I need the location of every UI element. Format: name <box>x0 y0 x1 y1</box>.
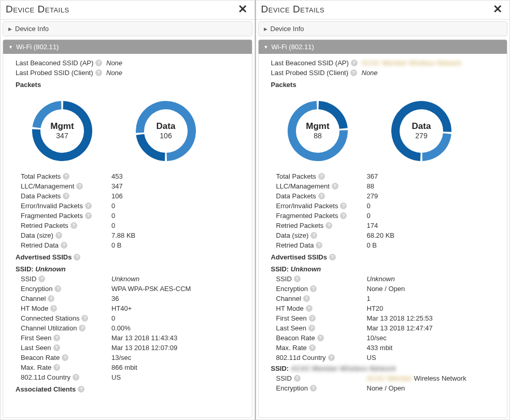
svg-text:Data: Data <box>412 121 431 131</box>
help-icon[interactable]: ? <box>53 344 60 351</box>
help-icon[interactable]: ? <box>317 335 324 341</box>
help-icon[interactable]: ? <box>50 305 57 312</box>
help-icon[interactable]: ? <box>63 173 69 180</box>
ssid-row-label: Channel <box>21 295 46 302</box>
close-icon[interactable]: ✕ <box>491 4 504 15</box>
ssid-row-label: Encryption <box>21 285 52 293</box>
ssid-row: Channel ?36 <box>21 294 249 303</box>
help-icon[interactable]: ? <box>328 354 335 361</box>
svg-text:Mgmt: Mgmt <box>306 121 330 131</box>
svg-text:88: 88 <box>314 132 322 140</box>
help-icon[interactable]: ? <box>318 193 325 199</box>
stat-label: Error/Invalid Packets <box>276 202 338 210</box>
ssid-row-label: Channel Utilization <box>21 324 77 332</box>
help-icon[interactable]: ? <box>85 212 92 219</box>
ssid-row-label: First Seen <box>21 334 51 342</box>
ssid-row: Encryption ?None / Open <box>276 284 504 294</box>
accordion-label: Device Info <box>15 25 49 33</box>
stat-label: Total Packets <box>21 172 61 180</box>
help-icon[interactable]: ? <box>310 232 317 239</box>
help-icon[interactable]: ? <box>53 335 60 341</box>
help-icon[interactable]: ? <box>54 285 61 292</box>
stat-label: Data Packets <box>21 192 61 200</box>
ssid-row: Channel Utilization ?0.00% <box>21 323 249 333</box>
ssid-block-title: SSID: Unknown <box>271 263 504 274</box>
help-icon[interactable]: ? <box>55 232 62 239</box>
stat-label: Error/Invalid Packets <box>21 202 83 210</box>
help-icon[interactable]: ? <box>318 173 325 180</box>
ssid-row: 802.11d Country ?US <box>21 372 249 382</box>
accordion-device-info[interactable]: ▶Device Info <box>259 22 507 36</box>
help-icon[interactable]: ? <box>303 295 310 302</box>
help-icon[interactable]: ? <box>76 183 83 190</box>
help-icon[interactable]: ? <box>73 374 79 381</box>
help-icon[interactable]: ? <box>309 315 316 322</box>
help-icon[interactable]: ? <box>62 354 68 361</box>
ssid-row-label: Max. Rate <box>21 364 51 371</box>
help-icon[interactable]: ? <box>316 242 322 249</box>
stat-value: 7.88 KB <box>111 231 135 239</box>
stat-value: 0 B <box>111 241 122 249</box>
stat-row: Data (size) ?7.88 KB <box>21 230 249 240</box>
ssid-row-value: 13/sec <box>111 354 131 361</box>
stat-label: LLC/Management <box>276 182 330 190</box>
heading-packets: Packets <box>271 78 504 91</box>
ssid-row-value: Mar 13 2018 12:47:47 <box>367 324 433 332</box>
help-icon[interactable]: ? <box>95 69 102 76</box>
stat-row: Fragmented Packets ?0 <box>276 211 504 221</box>
ssid-row-label: First Seen <box>276 314 307 322</box>
help-icon[interactable]: ? <box>70 222 77 229</box>
ssid-row-value: 866 mbit <box>111 364 137 371</box>
help-icon[interactable]: ? <box>308 325 315 331</box>
help-icon[interactable]: ? <box>310 285 317 292</box>
help-icon[interactable]: ? <box>351 60 358 66</box>
help-icon[interactable]: ? <box>48 295 54 302</box>
help-icon[interactable]: ? <box>78 386 84 393</box>
accordion-wifi[interactable]: ▼Wi-Fi (802.11) <box>3 40 252 54</box>
help-icon[interactable]: ? <box>350 69 357 76</box>
ssid-row: Encryption ?WPA WPA-PSK AES-CCM <box>21 284 249 294</box>
ssid-row-value: 1 <box>367 295 371 302</box>
help-icon[interactable]: ? <box>329 254 336 260</box>
packet-charts: Mgmt347Data106 <box>16 91 249 171</box>
help-icon[interactable]: ? <box>294 276 301 282</box>
help-icon[interactable]: ? <box>340 212 347 219</box>
wifi-body[interactable]: Last Beaconed SSID (AP) ?NoneLast Probed… <box>3 54 252 411</box>
help-icon[interactable]: ? <box>85 202 92 209</box>
stat-row: Total Packets ?367 <box>276 171 504 181</box>
close-icon[interactable]: ✕ <box>236 4 249 15</box>
ssid-row: Max. Rate ?433 mbit <box>276 343 504 353</box>
donut-mgmt: Mgmt347 <box>26 95 98 167</box>
svg-text:Data: Data <box>157 121 176 131</box>
help-icon[interactable]: ? <box>340 202 347 209</box>
stat-value: 0 <box>367 212 371 220</box>
stat-row: LLC/Management ?88 <box>276 181 504 191</box>
wifi-body[interactable]: Last Beaconed SSID (AP) ?ACAC Member Wir… <box>259 54 507 411</box>
stat-value: 0 <box>111 212 115 220</box>
ssid-row: Channel ?1 <box>276 294 504 303</box>
help-icon[interactable]: ? <box>81 315 88 322</box>
help-icon[interactable]: ? <box>95 60 102 66</box>
help-icon[interactable]: ? <box>294 375 301 382</box>
accordion-device-info[interactable]: ▶Device Info <box>3 22 252 36</box>
help-icon[interactable]: ? <box>53 364 60 371</box>
help-icon[interactable]: ? <box>38 276 45 282</box>
stat-row: Data (size) ?68.20 KB <box>276 230 504 240</box>
heading-associated-clients: Associated Clients ? <box>16 382 249 395</box>
accordion-wifi[interactable]: ▼Wi-Fi (802.11) <box>259 40 507 54</box>
help-icon[interactable]: ? <box>61 242 67 249</box>
help-icon[interactable]: ? <box>309 344 316 351</box>
help-icon[interactable]: ? <box>310 385 317 392</box>
help-icon[interactable]: ? <box>306 305 313 312</box>
help-icon[interactable]: ? <box>63 193 69 199</box>
stat-value: 106 <box>111 192 123 200</box>
help-icon[interactable]: ? <box>74 254 80 260</box>
help-icon[interactable]: ? <box>325 222 332 229</box>
stat-row: Retried Data ?0 B <box>276 240 504 250</box>
accordion-label: Device Info <box>271 25 304 33</box>
stat-row: Fragmented Packets ?0 <box>21 211 249 221</box>
help-icon[interactable]: ? <box>79 325 86 331</box>
chevron-right-icon: ▶ <box>8 26 12 32</box>
ssid-row: SSID ?Unknown <box>276 274 504 284</box>
help-icon[interactable]: ? <box>332 183 338 190</box>
